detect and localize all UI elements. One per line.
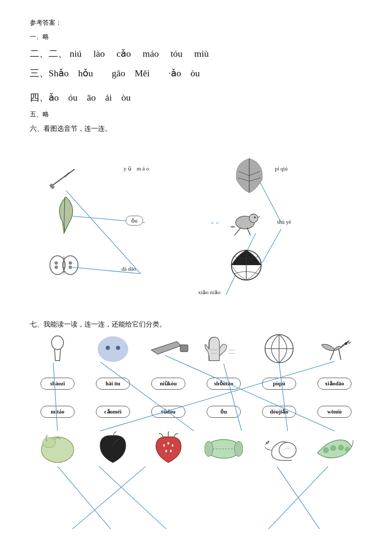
svg-point-55 [167,442,169,445]
word-row-2: mìtáo cǎoméi tǔdòu ǒu dòujiǎo wōniú [30,406,362,418]
svg-point-70 [338,445,344,451]
circle-image [89,334,136,364]
svg-point-15 [69,261,72,265]
seven-top-images [30,333,362,365]
section-seven: 七、我能读一读，连一连，还能给它们分类。 [30,318,362,467]
svg-point-61 [234,441,243,457]
leaf-image [230,156,268,195]
word-haiou: hāi ōu [96,378,130,390]
word-woniu: wōniú [317,406,352,418]
header-title: 参考答案： [30,17,362,29]
basketball-image [256,333,303,365]
svg-line-43 [165,356,334,431]
spoon-image [34,334,81,364]
bird-image [226,205,264,240]
strawberry-image [145,431,192,467]
cucumber-image [200,435,247,462]
svg-line-47 [58,466,111,529]
svg-line-49 [72,466,146,529]
svg-line-48 [99,466,166,529]
section-one: 一、略 [30,31,362,43]
section-six: 六、看图选音节，连一连。 [30,123,362,310]
two-item-2: lào [93,48,114,59]
seven-diagram: sháozi hāi ōu niǔkòu shǒutào píqiú xiǎod… [30,333,362,467]
word-row-1: sháozi hāi ōu niǔkòu shǒutào píqiú xiǎod… [30,378,362,390]
word-ou: ǒu [207,406,241,418]
svg-line-4 [262,229,281,263]
label-ou: ǒu [126,217,143,224]
dash-marks: - - [211,217,219,227]
svg-point-68 [323,447,329,453]
word-xiaodao: xiǎodāo [317,378,352,390]
six-diagram: y ǔ m á o ǒu dà dāo [30,139,362,310]
snail-image [256,434,303,464]
word-niukou: niǔkòu [151,378,185,390]
svg-point-23 [249,214,258,223]
label-yu: y ǔ m á o [124,165,149,173]
svg-point-56 [172,444,173,447]
word-doujiao: dòujiǎo [262,406,296,418]
svg-point-14 [55,266,58,269]
svg-point-67 [268,441,269,442]
svg-point-66 [266,442,268,444]
svg-point-16 [69,266,72,269]
label-dadao: dà dāo [121,265,136,272]
word-caomei: cǎoméi [96,406,130,418]
svg-point-54 [163,444,165,447]
two-item-5: tóu [170,48,192,59]
feather-image [51,195,81,237]
svg-point-29 [98,336,128,362]
word-shoutao: shǒutào [207,378,241,390]
section-two: 二、二、 niú lào cǎo máo tóu miù [30,45,362,62]
two-item-6: miù [194,48,209,59]
word-tudou: tǔdòu [151,406,185,418]
seven-bottom-images [30,431,362,467]
svg-point-60 [205,441,213,457]
ball-image [229,248,263,282]
svg-line-6 [51,169,75,186]
mittens-image [200,333,247,365]
svg-point-27 [52,336,63,350]
svg-point-69 [330,445,336,451]
section-four: 四、ǎo óu āo ái òu [30,89,362,106]
svg-point-63 [279,442,296,458]
section-seven-label: 七、我能读一读，连一连，还能给它们分类。 [30,318,362,331]
word-shaozi: sháozi [40,378,75,390]
two-item-4: máo [143,48,168,59]
two-item-1: niú [70,48,91,59]
peach-image [89,431,136,467]
svg-point-71 [345,447,350,452]
knife-image [145,337,192,361]
label-xiaoniao: xiǎo niǎo [198,289,220,296]
svg-line-7 [65,173,69,177]
svg-rect-32 [180,345,188,352]
peapod-image [311,434,358,464]
svg-point-30 [106,346,110,350]
svg-point-58 [170,450,172,452]
section-three: 三、Shǎo hǒu gāo Měi ·ǎo òu [30,65,362,82]
label-shuye: shù yè [277,218,291,225]
section-five: 五、略 [30,109,362,120]
label-piqiu: pí qiú [275,165,288,172]
two-item-3: cǎo [117,48,141,59]
word-piqiu: píqiú [262,378,296,390]
svg-line-51 [268,466,328,529]
peanut-image [47,252,81,278]
svg-point-31 [116,346,120,350]
sword-image [47,165,81,191]
section-six-label: 六、看图选音节，连一连。 [30,123,362,135]
bird2-image [311,334,358,364]
word-mitao: mìtáo [40,406,75,418]
svg-line-50 [277,466,320,529]
svg-point-40 [345,342,347,345]
svg-point-24 [254,217,256,218]
potato-image [34,432,81,466]
svg-point-57 [165,450,167,452]
svg-point-53 [43,437,55,448]
svg-point-13 [55,261,58,265]
